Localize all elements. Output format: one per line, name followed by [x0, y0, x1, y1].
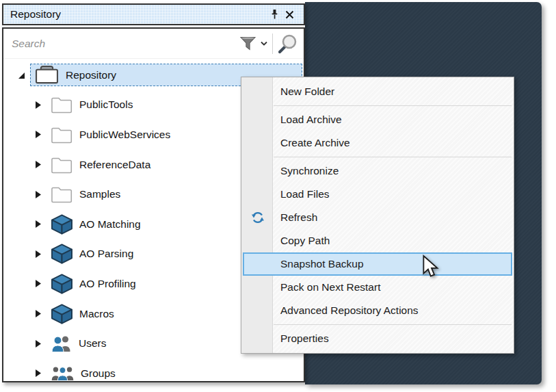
menu-separator [241, 103, 514, 108]
cube-icon [51, 244, 73, 264]
expander-collapsed-icon[interactable] [33, 159, 43, 170]
expander-collapsed-icon[interactable] [33, 368, 43, 378]
toolbar-separator [272, 34, 273, 54]
folder-icon [51, 96, 73, 114]
menu-item-label: Create Archive [274, 137, 350, 149]
tree-item-users[interactable]: Users [47, 332, 111, 354]
tree-item-label: PublicTools [79, 99, 133, 111]
cube-icon [51, 304, 73, 324]
tree-item-label: AO Matching [79, 218, 141, 231]
tree-item-ao-parsing[interactable]: AO Parsing [47, 241, 138, 266]
expander-collapsed-icon[interactable] [33, 249, 43, 259]
menu-item-label: Synchronize [274, 165, 339, 177]
folder-icon [51, 185, 73, 203]
expander-collapsed-icon[interactable] [33, 278, 43, 289]
panel-titlebar[interactable]: Repository [2, 3, 305, 25]
menu-item-label: Load Files [274, 188, 330, 200]
screenshot-canvas: Repository [0, 0, 556, 392]
menu-item-load-archive[interactable]: Load Archive [241, 108, 514, 131]
tree-row: Groups [3, 358, 304, 381]
search-bar [3, 29, 304, 59]
chevron-down-icon[interactable] [261, 41, 267, 47]
close-icon[interactable] [282, 7, 297, 22]
search-icon[interactable] [278, 34, 298, 54]
expander-collapsed-icon[interactable] [33, 339, 43, 349]
expander-collapsed-icon[interactable] [33, 129, 43, 140]
tree-item-label: Users [79, 337, 106, 350]
menu-item-label: Pack on Next Restart [274, 281, 380, 293]
expander-collapsed-icon[interactable] [33, 309, 43, 319]
tree-item-label: Macros [79, 308, 114, 320]
tree-item-groups[interactable]: Groups [47, 363, 120, 381]
tree-item-macros[interactable]: Macros [47, 302, 119, 326]
tree-item-label: PublicWebServices [79, 129, 170, 141]
menu-item-advanced-repository-actions[interactable]: Advanced Repository Actions [241, 299, 514, 322]
menu-item-label: Advanced Repository Actions [274, 304, 419, 317]
menu-item-copy-path[interactable]: Copy Path [241, 229, 514, 252]
tree-item-samples[interactable]: Samples [47, 183, 125, 205]
folder-icon [51, 126, 73, 144]
tree-item-label: AO Profiling [79, 278, 136, 290]
menu-separator [241, 322, 514, 327]
menu-item-label: Properties [274, 332, 329, 345]
menu-item-label: Load Archive [274, 114, 342, 126]
menu-item-snapshot-backup[interactable]: Snapshot Backup [243, 252, 512, 276]
menu-item-label: Snapshot Backup [275, 258, 364, 270]
pin-icon[interactable] [267, 7, 282, 22]
menu-item-synchronize[interactable]: Synchronize [241, 159, 514, 183]
menu-item-refresh[interactable]: Refresh [241, 206, 514, 229]
users-icon [51, 335, 72, 352]
menu-item-label: New Folder [274, 86, 334, 98]
search-input[interactable] [12, 38, 240, 50]
mouse-cursor [422, 254, 440, 278]
cube-icon [51, 214, 73, 235]
expander-expanded-icon[interactable] [16, 70, 27, 80]
tree-item-label: ReferenceData [79, 159, 150, 171]
expander-collapsed-icon[interactable] [33, 219, 43, 229]
menu-item-label: Refresh [274, 211, 317, 224]
filter-icon[interactable] [240, 36, 256, 51]
folder-icon [51, 156, 73, 174]
menu-item-load-files[interactable]: Load Files [241, 183, 514, 206]
panel-title: Repository [10, 8, 267, 21]
menu-item-label: Copy Path [274, 235, 330, 247]
menu-item-properties[interactable]: Properties [241, 327, 514, 350]
menu-item-create-archive[interactable]: Create Archive [241, 131, 514, 155]
tree-item-ao-profiling[interactable]: AO Profiling [47, 272, 141, 296]
tree-item-ao-matching[interactable]: AO Matching [47, 212, 146, 237]
tree-item-referencedata[interactable]: ReferenceData [47, 154, 155, 176]
refresh-icon [241, 211, 274, 224]
tree-item-publicwebservices[interactable]: PublicWebServices [47, 124, 175, 146]
groups-icon [51, 365, 75, 381]
expander-collapsed-icon[interactable] [33, 190, 43, 200]
repository-icon [34, 65, 59, 85]
menu-item-new-folder[interactable]: New Folder [241, 80, 514, 103]
tree-item-publictools[interactable]: PublicTools [47, 94, 137, 116]
menu-separator [241, 155, 514, 159]
tree-item-label: Repository [66, 69, 116, 81]
menu-item-pack-on-next-restart[interactable]: Pack on Next Restart [241, 276, 514, 299]
context-menu: New FolderLoad ArchiveCreate ArchiveSync… [241, 77, 514, 354]
tree-item-label: AO Parsing [79, 248, 133, 260]
expander-collapsed-icon[interactable] [33, 100, 43, 110]
tree-item-label: Groups [81, 367, 116, 380]
cube-icon [51, 274, 73, 294]
tree-item-label: Samples [79, 188, 120, 200]
